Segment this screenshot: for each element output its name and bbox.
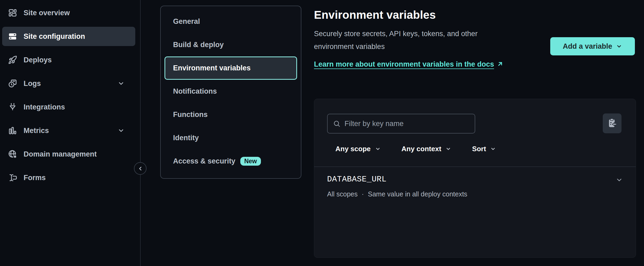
- globe-icon: [8, 150, 17, 159]
- chevron-down-icon: [375, 146, 381, 152]
- settings-tab-label: Access & security: [173, 157, 235, 165]
- settings-tab-general[interactable]: General: [164, 10, 297, 33]
- sidebar-item-logs[interactable]: Logs: [2, 74, 135, 93]
- bar-chart-icon: [8, 126, 17, 135]
- sidebar-item-label: Site configuration: [24, 32, 85, 41]
- sidebar: Site overview Site configuration Deploys: [0, 0, 140, 266]
- page-description: Securely store secrets, API keys, tokens…: [314, 27, 515, 53]
- settings-tab-label: Functions: [173, 111, 208, 119]
- import-variables-button[interactable]: [603, 113, 621, 133]
- scope-filter-dropdown[interactable]: Any scope: [335, 143, 381, 154]
- environment-variables-panel: Any scope Any context Sort DATABASE_URL …: [314, 99, 636, 258]
- variable-row-database-url[interactable]: DATABASE_URL All scopes · Same value in …: [327, 175, 623, 198]
- chevron-down-icon: [445, 146, 451, 152]
- arrow-up-right-icon: [497, 60, 504, 67]
- sidebar-item-label: Forms: [24, 174, 46, 182]
- sidebar-divider: [140, 0, 141, 266]
- sidebar-item-label: Integrations: [24, 103, 65, 111]
- settings-tab-label: Identity: [173, 134, 199, 142]
- sidebar-item-label: Site overview: [24, 9, 70, 17]
- chevron-down-icon: [118, 80, 125, 87]
- context-filter-dropdown[interactable]: Any context: [402, 143, 451, 154]
- learn-more-docs-link-text: Learn more about environment variables i…: [314, 60, 494, 68]
- sort-dropdown-label: Sort: [472, 145, 486, 153]
- clipboard-import-icon: [607, 118, 617, 129]
- chevron-down-icon: [490, 146, 496, 152]
- sidebar-item-label: Metrics: [24, 127, 49, 135]
- sidebar-item-deploys[interactable]: Deploys: [2, 50, 135, 70]
- sidebar-item-label: Domain management: [24, 150, 97, 158]
- new-badge: New: [240, 157, 261, 166]
- server-stack-icon: [8, 32, 17, 41]
- add-variable-button-label: Add a variable: [563, 42, 612, 51]
- grid-icon: [8, 8, 17, 17]
- search-icon: [333, 120, 340, 127]
- settings-tab-environment-variables[interactable]: Environment variables: [164, 56, 297, 80]
- filter-search-input[interactable]: [345, 120, 469, 128]
- expand-variable-button[interactable]: [616, 176, 623, 184]
- panel-divider: [314, 166, 636, 167]
- page-title: Environment variables: [314, 9, 436, 21]
- filter-row: Any scope Any context Sort: [335, 143, 496, 154]
- chevron-down-icon: [118, 127, 125, 134]
- settings-tab-identity[interactable]: Identity: [164, 126, 297, 150]
- sidebar-collapse-button[interactable]: [134, 162, 147, 175]
- settings-tab-notifications[interactable]: Notifications: [164, 80, 297, 103]
- scope-filter-label: Any scope: [335, 145, 371, 153]
- settings-tab-access-security[interactable]: Access & security New: [164, 150, 297, 173]
- settings-tab-label: Environment variables: [173, 64, 251, 72]
- learn-more-docs-link[interactable]: Learn more about environment variables i…: [314, 58, 515, 71]
- sidebar-item-integrations[interactable]: Integrations: [2, 97, 135, 117]
- sidebar-item-site-configuration[interactable]: Site configuration: [2, 27, 135, 46]
- variable-key: DATABASE_URL: [327, 175, 623, 184]
- sidebar-item-domain-management[interactable]: Domain management: [2, 145, 135, 164]
- chevron-left-icon: [137, 165, 144, 172]
- form-input-icon: [8, 173, 17, 182]
- settings-tab-label: General: [173, 17, 200, 26]
- sidebar-item-metrics[interactable]: Metrics: [2, 121, 135, 140]
- settings-tab-functions[interactable]: Functions: [164, 103, 297, 126]
- variable-scopes: All scopes: [327, 190, 358, 198]
- plug-icon: [8, 102, 17, 112]
- variable-meta: All scopes · Same value in all deploy co…: [327, 190, 623, 198]
- chevron-down-icon: [616, 43, 622, 50]
- sidebar-item-site-overview[interactable]: Site overview: [2, 3, 135, 22]
- sidebar-item-label: Logs: [24, 79, 41, 88]
- log-clock-icon: [8, 79, 17, 88]
- rocket-icon: [8, 55, 17, 64]
- sidebar-item-label: Deploys: [24, 56, 52, 64]
- add-variable-button[interactable]: Add a variable: [550, 37, 635, 55]
- settings-nav: General Build & deploy Environment varia…: [160, 6, 301, 179]
- sort-dropdown[interactable]: Sort: [472, 143, 496, 154]
- filter-search-field[interactable]: [327, 114, 475, 134]
- settings-tab-build-deploy[interactable]: Build & deploy: [164, 33, 297, 56]
- chevron-down-icon: [616, 176, 623, 184]
- settings-tab-label: Notifications: [173, 87, 217, 96]
- settings-tab-label: Build & deploy: [173, 41, 224, 49]
- variable-meta-separator: ·: [362, 190, 364, 198]
- sidebar-item-forms[interactable]: Forms: [2, 168, 135, 187]
- variable-contexts: Same value in all deploy contexts: [368, 190, 467, 198]
- context-filter-label: Any context: [402, 145, 441, 153]
